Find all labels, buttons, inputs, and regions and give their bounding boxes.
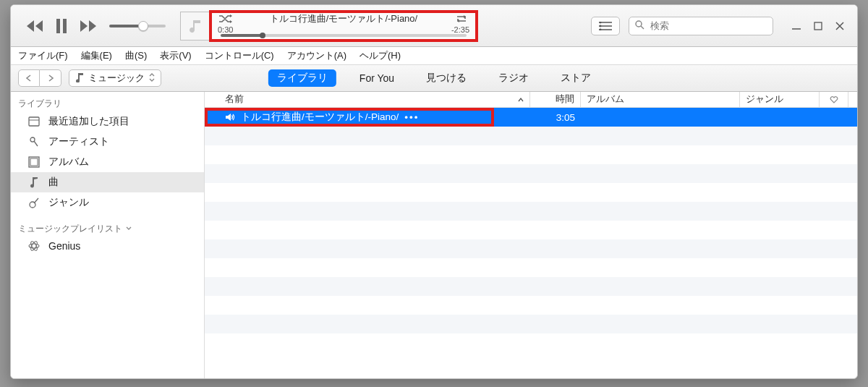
- sidebar-item-album[interactable]: アルバム: [11, 152, 204, 172]
- source-select[interactable]: ミュージック: [69, 69, 161, 87]
- remaining-time: -2:35: [451, 25, 469, 34]
- sidebar: ライブラリ 最近追加した項目 アーティスト アルバム: [11, 92, 205, 378]
- now-playing: トルコ行進曲/モーツァルト/-Piano/ 0:30 -2:35: [180, 10, 478, 42]
- svg-rect-10: [30, 158, 38, 166]
- elapsed-time: 0:30: [218, 25, 233, 34]
- svg-rect-7: [29, 117, 39, 126]
- now-playing-artwork[interactable]: [180, 12, 209, 41]
- music-note-icon: [75, 72, 84, 85]
- sidebar-item-label: 最近追加した項目: [48, 115, 129, 128]
- sidebar-item-genius[interactable]: Genius: [11, 237, 204, 255]
- svg-point-5: [636, 21, 642, 27]
- calendar-icon: [27, 116, 41, 127]
- close-button[interactable]: [830, 18, 850, 34]
- volume-slider[interactable]: [109, 25, 166, 27]
- sidebar-item-label: アルバム: [48, 156, 89, 169]
- svg-point-2: [600, 22, 602, 23]
- search-input[interactable]: [649, 20, 773, 32]
- album-icon: [27, 156, 41, 168]
- svg-rect-1: [63, 19, 67, 33]
- shuffle-icon[interactable]: [218, 14, 234, 23]
- menu-help[interactable]: ヘルプ(H): [359, 49, 401, 62]
- up-next-button[interactable]: [591, 17, 620, 35]
- section-tabs: ライブラリ For You 見つける ラジオ ストア: [268, 69, 600, 87]
- menu-account[interactable]: アカウント(A): [287, 49, 346, 62]
- chevron-down-icon: [126, 224, 132, 234]
- menubar: ファイル(F) 編集(E) 曲(S) 表示(V) コントロール(C) アカウント…: [11, 47, 857, 64]
- content: 名前 時間 アルバム ジャンル: [205, 92, 857, 378]
- sub-toolbar: ミュージック ライブラリ For You 見つける ラジオ ストア: [11, 64, 857, 92]
- app-window: トルコ行進曲/モーツァルト/-Piano/ 0:30 -2:35: [10, 4, 858, 379]
- sidebar-item-label: ジャンル: [48, 196, 89, 209]
- previous-button[interactable]: [27, 20, 43, 32]
- chevron-updown-icon: [149, 73, 155, 84]
- music-note-icon: [27, 177, 41, 188]
- svg-point-4: [600, 28, 602, 30]
- volume-knob[interactable]: [138, 21, 148, 31]
- now-playing-panel: トルコ行進曲/モーツァルト/-Piano/ 0:30 -2:35: [209, 10, 478, 42]
- svg-point-12: [29, 244, 39, 248]
- repeat-icon[interactable]: [454, 14, 469, 23]
- column-headers: 名前 時間 アルバム ジャンル: [205, 92, 857, 108]
- now-playing-title: トルコ行進曲/モーツァルト/-Piano/: [270, 12, 417, 25]
- track-rows: トルコ行進曲/モーツァルト/-Piano/ ••• 3:05: [205, 108, 857, 378]
- atom-icon: [27, 240, 41, 252]
- col-header-genre[interactable]: ジャンル: [740, 92, 820, 107]
- back-button[interactable]: [18, 69, 40, 87]
- source-select-label: ミュージック: [88, 72, 145, 85]
- search-icon: [635, 20, 644, 32]
- microphone-icon: [27, 136, 41, 148]
- col-header-heart[interactable]: [820, 92, 848, 107]
- tab-store[interactable]: ストア: [552, 69, 600, 87]
- col-header-name[interactable]: 名前: [219, 92, 530, 107]
- maximize-button[interactable]: [808, 18, 828, 34]
- menu-file[interactable]: ファイル(F): [18, 49, 68, 62]
- sidebar-item-songs[interactable]: 曲: [11, 172, 204, 192]
- speaker-icon: [225, 112, 235, 122]
- body: ライブラリ 最近追加した項目 アーティスト アルバム: [11, 92, 857, 378]
- forward-button[interactable]: [40, 69, 61, 87]
- sidebar-item-label: Genius: [48, 240, 80, 252]
- track-duration: 3:05: [530, 112, 581, 123]
- col-header-album[interactable]: アルバム: [581, 92, 740, 107]
- tab-for-you[interactable]: For You: [351, 70, 403, 86]
- progress-knob[interactable]: [260, 33, 265, 38]
- sidebar-header-library: ライブラリ: [11, 95, 204, 111]
- svg-rect-0: [56, 19, 60, 33]
- progress-bar[interactable]: [221, 34, 467, 37]
- sidebar-item-label: 曲: [48, 176, 59, 189]
- search-box[interactable]: [629, 17, 773, 35]
- tab-radio[interactable]: ラジオ: [490, 69, 537, 87]
- menu-control[interactable]: コントロール(C): [205, 49, 274, 62]
- more-icon[interactable]: •••: [404, 112, 419, 123]
- menu-view[interactable]: 表示(V): [160, 49, 191, 62]
- track-name: トルコ行進曲/モーツァルト/-Piano/: [241, 111, 399, 124]
- sidebar-item-recent[interactable]: 最近追加した項目: [11, 111, 204, 132]
- next-button[interactable]: [80, 20, 96, 32]
- playback-controls: [27, 19, 166, 33]
- svg-rect-6: [814, 22, 822, 30]
- sidebar-item-label: アーティスト: [48, 135, 109, 148]
- pause-button[interactable]: [56, 19, 67, 33]
- tab-browse[interactable]: 見つける: [417, 69, 475, 87]
- nav-buttons: [18, 69, 61, 87]
- col-header-time[interactable]: 時間: [530, 92, 581, 107]
- sidebar-item-artist[interactable]: アーティスト: [11, 132, 204, 152]
- toolbar-right: [591, 17, 850, 35]
- sidebar-item-genre[interactable]: ジャンル: [11, 192, 204, 213]
- minimize-button[interactable]: [786, 18, 807, 34]
- tab-library[interactable]: ライブラリ: [268, 69, 336, 87]
- window-controls: [786, 18, 850, 34]
- track-row[interactable]: トルコ行進曲/モーツァルト/-Piano/ ••• 3:05: [205, 108, 857, 127]
- svg-point-3: [600, 25, 602, 27]
- menu-song[interactable]: 曲(S): [125, 49, 147, 62]
- sort-up-icon: [518, 95, 524, 105]
- top-toolbar: トルコ行進曲/モーツァルト/-Piano/ 0:30 -2:35: [11, 5, 857, 47]
- menu-edit[interactable]: 編集(E): [81, 49, 112, 62]
- sidebar-header-playlists[interactable]: ミュージックプレイリスト: [11, 220, 204, 237]
- guitar-icon: [27, 197, 41, 208]
